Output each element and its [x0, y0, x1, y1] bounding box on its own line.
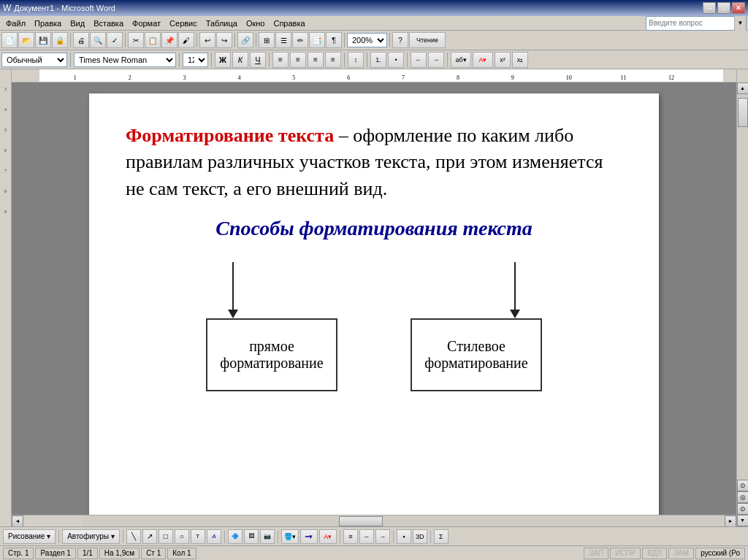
drawing-button[interactable]: ✏ — [292, 32, 308, 48]
docmap-button[interactable]: 📑 — [309, 32, 325, 48]
help-arrow[interactable]: ▼ — [734, 16, 746, 31]
style-combo[interactable]: Обычный — [1, 53, 67, 67]
vscroll-track[interactable] — [737, 94, 748, 480]
size-combo[interactable]: 12 — [183, 53, 208, 67]
vscroll-prev-page-btn[interactable]: ⊙ — [737, 480, 749, 491]
line-spacing-button[interactable]: ↕ — [348, 52, 364, 68]
menu-format[interactable]: Формат — [128, 18, 165, 29]
draw-image-tool[interactable]: 📷 — [260, 529, 275, 544]
draw-diagram-tool[interactable]: 🔷 — [228, 529, 243, 544]
close-button[interactable]: ✕ — [732, 2, 745, 14]
underline-button[interactable]: Ч — [250, 52, 266, 68]
font-color-button[interactable]: А▾ — [473, 52, 493, 68]
bullets-button[interactable]: • — [388, 52, 404, 68]
vscroll-select-object-btn[interactable]: ◎ — [737, 491, 749, 503]
subscript-button[interactable]: x₂ — [512, 52, 528, 68]
menu-window[interactable]: Окно — [242, 18, 270, 29]
decrease-indent-button[interactable]: ← — [411, 52, 427, 68]
hscroll-track[interactable] — [82, 515, 725, 526]
italic-button[interactable]: К — [232, 52, 248, 68]
draw-wordart-tool[interactable]: А — [207, 529, 221, 544]
equation-button[interactable]: Σ — [434, 529, 449, 544]
arrow-style-button[interactable]: → — [375, 529, 390, 544]
save-button[interactable]: 💾 — [35, 32, 51, 48]
font-combo[interactable]: Times New Roman — [74, 53, 176, 67]
box-direct-formatting: прямое форматирование — [206, 318, 337, 391]
vscroll-up-btn[interactable]: ▲ — [737, 83, 749, 94]
table-button[interactable]: ⊞ — [259, 32, 275, 48]
showhide-button[interactable]: ¶ — [326, 32, 342, 48]
align-left-button[interactable]: ≡ — [272, 52, 289, 68]
new-button[interactable]: 📄 — [1, 32, 18, 48]
hscroll-left-btn[interactable]: ◄ — [12, 515, 23, 527]
ruler-tick-9: 9 — [511, 74, 514, 81]
3d-button[interactable]: 3D — [413, 529, 427, 544]
print-button[interactable]: 🖨 — [73, 32, 89, 48]
spellcheck-button[interactable]: ✓ — [107, 32, 123, 48]
draw-arrow-tool[interactable]: ↗ — [142, 529, 157, 544]
page-wrapper[interactable]: Форматирование текста – оформление по ка… — [12, 83, 736, 515]
menu-tools[interactable]: Сервис — [165, 18, 202, 29]
draw-textbox-tool[interactable]: T — [191, 529, 205, 544]
maximize-button[interactable]: □ — [717, 2, 730, 14]
align-center-button[interactable]: ≡ — [290, 52, 306, 68]
draw-oval-tool[interactable]: ○ — [175, 529, 189, 544]
shadow-button[interactable]: ▪ — [397, 529, 411, 544]
highlight-button[interactable]: аб▾ — [451, 52, 471, 68]
menu-file[interactable]: Файл — [1, 18, 30, 29]
line-style-button[interactable]: ≡ — [343, 529, 358, 544]
line-color-button[interactable]: ━▾ — [300, 529, 318, 544]
format-painter[interactable]: 🖌 — [178, 32, 194, 48]
autoshapes-button[interactable]: Автофигуры ▾ — [62, 529, 120, 544]
menu-help[interactable]: Справка — [269, 18, 309, 29]
copy-button[interactable]: 📋 — [145, 32, 161, 48]
sep5 — [256, 33, 256, 47]
draw-sep4 — [278, 530, 278, 543]
draw-button[interactable]: Рисование ▾ — [3, 529, 56, 544]
vscroll-next-page-btn[interactable]: ⊙ — [737, 503, 749, 515]
justify-button[interactable]: ≡ — [325, 52, 341, 68]
align-right-button[interactable]: ≡ — [308, 52, 324, 68]
draw-clipart-tool[interactable]: 🖼 — [244, 529, 259, 544]
increase-indent-button[interactable]: → — [428, 52, 444, 68]
status-rec: ЗАП — [584, 548, 608, 559]
dash-style-button[interactable]: -- — [359, 529, 374, 544]
arrows-row — [199, 262, 549, 318]
vscroll-thumb[interactable] — [738, 98, 748, 127]
menu-table[interactable]: Таблица — [202, 18, 242, 29]
read-mode-button[interactable]: Чтение — [409, 32, 446, 48]
undo-button[interactable]: ↩ — [199, 32, 215, 48]
redo-button[interactable]: ↪ — [216, 32, 232, 48]
main-text-bold-red: Форматирование текста — [126, 125, 334, 146]
fill-color-button[interactable]: 🪣▾ — [281, 529, 299, 544]
print-preview-button[interactable]: 🔍 — [90, 32, 106, 48]
permission-button[interactable]: 🔒 — [52, 32, 68, 48]
superscript-button[interactable]: x² — [495, 52, 511, 68]
open-button[interactable]: 📂 — [18, 32, 34, 48]
zoom-combo[interactable]: 200%150%100% — [347, 33, 387, 47]
draw-rect-tool[interactable]: □ — [159, 529, 173, 544]
hscroll-right-btn[interactable]: ► — [725, 515, 736, 527]
menu-view[interactable]: Вид — [66, 18, 89, 29]
help-button[interactable]: ? — [392, 32, 408, 48]
bold-button[interactable]: Ж — [215, 52, 231, 68]
box-style-formatting: Стилевое форматирование — [411, 318, 542, 391]
ruler-content: 1 2 3 4 5 6 7 8 9 10 11 12 — [39, 69, 723, 82]
document-page[interactable]: Форматирование текста – оформление по ка… — [89, 93, 659, 515]
paste-button[interactable]: 📌 — [161, 32, 178, 48]
help-input[interactable] — [646, 19, 734, 27]
menu-insert[interactable]: Вставка — [89, 18, 128, 29]
hscroll-thumb[interactable] — [339, 516, 383, 526]
menu-edit[interactable]: Правка — [30, 18, 66, 29]
font-color-btn-draw[interactable]: А▾ — [319, 529, 337, 544]
vscroll-down-btn[interactable]: ▼ — [737, 515, 749, 526]
numbering-button[interactable]: 1. — [370, 52, 386, 68]
ruler-tick-4: 4 — [237, 74, 240, 81]
columns-button[interactable]: ☰ — [275, 32, 291, 48]
cut-button[interactable]: ✂ — [128, 32, 144, 48]
hyperlink-button[interactable]: 🔗 — [237, 32, 253, 48]
sep-f2 — [179, 53, 180, 67]
minimize-button[interactable]: ─ — [703, 2, 716, 14]
arrow-left-line — [232, 262, 234, 310]
draw-line-tool[interactable]: ╲ — [126, 529, 141, 544]
